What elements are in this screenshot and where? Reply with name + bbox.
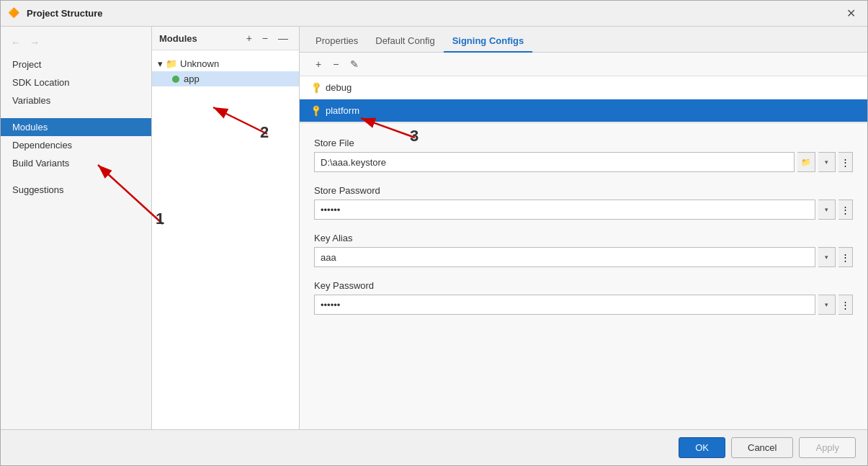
key-password-input[interactable] [314,295,815,315]
signing-item-debug[interactable]: 🔑 debug [300,76,867,99]
apply-button[interactable]: Apply [799,437,856,458]
store-file-input[interactable] [314,152,795,172]
expand-arrow-icon: ▾ [158,58,163,69]
signing-debug-label: debug [326,82,352,93]
close-button[interactable]: ✕ [842,5,860,22]
content-toolbar: + − ✎ [300,53,867,76]
sidebar-item-suggestions[interactable]: Suggestions [1,181,151,199]
tab-signing-configs[interactable]: Signing Configs [444,30,533,53]
module-tree-app[interactable]: app [152,71,299,86]
store-password-dropdown-button[interactable]: ▾ [818,200,836,220]
key-alias-extra-button[interactable]: ⋮ [838,247,853,267]
main-content: ← → Project SDK Location Variables Modul… [1,27,867,429]
key-icon-platform: 🔑 [309,104,323,117]
tab-properties[interactable]: Properties [307,30,367,53]
sidebar-item-modules[interactable]: Modules [1,118,151,136]
key-alias-dropdown-button[interactable]: ▾ [818,247,836,267]
signing-item-platform[interactable]: 🔑 platform [300,99,867,122]
modules-header: Modules + − — [152,27,299,50]
store-file-browse-button[interactable]: 📁 [797,152,815,172]
store-file-label: Store File [314,138,853,148]
ok-button[interactable]: OK [679,437,725,458]
title-bar: 🔶 Project Structure ✕ [1,1,867,27]
key-password-extra-button[interactable]: ⋮ [838,295,853,315]
sidebar: ← → Project SDK Location Variables Modul… [1,27,152,429]
store-file-row: 📁 ▾ ⋮ [314,152,853,172]
app-dot-icon [172,76,179,83]
module-app-label: app [184,73,200,84]
key-alias-label: Key Alias [314,233,853,243]
forward-button[interactable]: → [27,35,42,50]
store-file-extra-button[interactable]: ⋮ [838,152,853,172]
store-password-group: Store Password ▾ ⋮ [314,185,853,220]
module-tree-unknown[interactable]: ▾ 📁 Unknown [152,56,299,71]
key-password-dropdown-button[interactable]: ▾ [818,295,836,315]
back-button[interactable]: ← [8,35,24,50]
key-alias-group: Key Alias ▾ ⋮ [314,233,853,267]
key-icon-debug: 🔑 [309,81,323,94]
modules-tree: ▾ 📁 Unknown app [152,50,299,429]
signing-platform-label: platform [326,105,359,116]
store-password-extra-button[interactable]: ⋮ [838,200,853,220]
signing-edit-button[interactable]: ✎ [346,57,363,71]
sidebar-nav: ← → [1,32,151,55]
tabs-bar: Properties Default Config Signing Config… [300,27,867,53]
modules-panel: Modules + − — ▾ 📁 Unknown app [152,27,300,429]
folder-icon: 📁 [166,58,177,69]
signing-add-button[interactable]: + [311,57,326,71]
module-unknown-label: Unknown [180,58,219,69]
key-password-label: Key Password [314,280,853,291]
window-title: Project Structure [27,8,102,19]
store-file-group: Store File 📁 ▾ ⋮ [314,138,853,172]
store-password-row: ▾ ⋮ [314,200,853,220]
sidebar-item-sdk-location[interactable]: SDK Location [1,73,151,91]
modules-title: Modules [159,33,197,44]
modules-collapse-button[interactable]: — [274,32,292,44]
tab-default-config[interactable]: Default Config [367,30,443,53]
modules-toolbar: + − — [243,32,292,44]
window-icon: 🔶 [8,7,21,20]
form-area: Store File 📁 ▾ ⋮ Store Password ▾ ⋮ [300,123,867,429]
store-password-input[interactable] [314,200,815,220]
store-file-dropdown-button[interactable]: ▾ [818,152,836,172]
key-password-group: Key Password ▾ ⋮ [314,280,853,315]
key-password-row: ▾ ⋮ [314,295,853,315]
project-structure-window: 🔶 Project Structure ✕ ← → Project SDK Lo… [0,0,868,466]
signing-list: 🔑 debug 🔑 platform [300,76,867,123]
store-password-label: Store Password [314,185,853,196]
signing-remove-button[interactable]: − [328,57,343,71]
bottom-bar: OK Cancel Apply [1,429,867,465]
sidebar-item-build-variants[interactable]: Build Variants [1,154,151,172]
title-bar-left: 🔶 Project Structure [8,7,102,20]
right-panel: Properties Default Config Signing Config… [300,27,867,429]
key-alias-row: ▾ ⋮ [314,247,853,267]
modules-remove-button[interactable]: − [259,32,272,44]
modules-add-button[interactable]: + [243,32,256,44]
sidebar-item-variables[interactable]: Variables [1,91,151,109]
sidebar-item-dependencies[interactable]: Dependencies [1,136,151,154]
sidebar-item-project[interactable]: Project [1,55,151,73]
cancel-button[interactable]: Cancel [731,437,793,458]
key-alias-input[interactable] [314,247,815,267]
